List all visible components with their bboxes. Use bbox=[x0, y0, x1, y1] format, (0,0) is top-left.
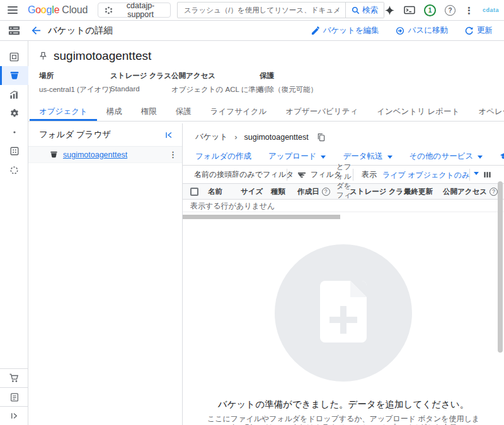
chevron-down-icon bbox=[321, 156, 326, 161]
other-services-button[interactable]: その他のサービス bbox=[410, 151, 483, 162]
tab-inventory-reports[interactable]: インベントリ レポート bbox=[367, 103, 469, 121]
topbar-icons: 1 ? ⋮ cdata bbox=[384, 4, 499, 16]
collapse-panel-icon[interactable] bbox=[164, 130, 173, 140]
tree-item-more-icon[interactable]: ⋮ bbox=[169, 150, 177, 159]
empty-state-illustration bbox=[275, 244, 412, 382]
copy-icon[interactable] bbox=[317, 133, 325, 142]
breadcrumb: バケット › sugimotoagenttest bbox=[195, 132, 325, 142]
search-input[interactable] bbox=[178, 6, 345, 14]
rail-release-notes-icon[interactable] bbox=[0, 387, 28, 406]
meta-protection: 保護 削除（復元可能） bbox=[260, 71, 318, 94]
rail-storage-bucket-icon[interactable] bbox=[0, 66, 28, 85]
project-selector[interactable]: cdatajp-support bbox=[98, 3, 171, 18]
gemini-icon[interactable] bbox=[384, 5, 395, 16]
cloud-shell-icon[interactable] bbox=[404, 5, 415, 15]
refresh-button[interactable]: 更新 bbox=[464, 25, 493, 36]
meta-storage-class: ストレージ クラス Standard bbox=[110, 71, 171, 94]
search-button[interactable]: 検索 bbox=[345, 3, 384, 18]
page-header-actions: バケットを編集 パスに移動 更新 bbox=[311, 25, 504, 36]
select-all-checkbox[interactable] bbox=[190, 188, 198, 196]
bucket-tabs: オブジェクト 構成 権限 保護 ライフサイクル オブザーバビリティ インベントリ… bbox=[28, 103, 504, 122]
empty-table-message: 表示する行がありません bbox=[183, 200, 504, 212]
cloud-logo-text: Cloud bbox=[62, 4, 88, 16]
goto-path-label: パスに移動 bbox=[408, 25, 448, 36]
folder-browser-panel: フォルダ ブラウザ sugimotoagenttest ⋮ bbox=[28, 123, 183, 425]
col-name[interactable]: 名前 bbox=[208, 184, 222, 199]
pin-icon[interactable] bbox=[39, 52, 47, 61]
col-created[interactable]: 作成日 ? bbox=[297, 184, 330, 199]
tab-observability[interactable]: オブザーバビリティ bbox=[276, 103, 367, 121]
col-last-modified[interactable]: 最終更新 bbox=[404, 184, 433, 199]
empty-state: バケットの準備ができました。データを追加してください。 ここにファイルやフォルダ… bbox=[183, 244, 504, 425]
rail-settings-gear-icon[interactable] bbox=[0, 104, 28, 123]
rail-dashboard-icon[interactable] bbox=[0, 47, 28, 66]
google-cloud-logo[interactable]: Google Cloud bbox=[28, 4, 88, 16]
chevron-down-icon bbox=[474, 172, 479, 178]
tab-lifecycle[interactable]: ライフサイクル bbox=[201, 103, 277, 121]
transfer-data-button[interactable]: データ転送 bbox=[343, 151, 392, 162]
google-logo-wordmark: Google bbox=[28, 4, 59, 16]
rail-settings-outline-icon[interactable] bbox=[0, 161, 28, 179]
account-avatar[interactable]: cdata bbox=[483, 7, 499, 13]
tab-configuration[interactable]: 構成 bbox=[97, 103, 132, 121]
empty-state-body: ここにファイルやフォルダをドロップするか、アップロード ボタンを使用します。別の… bbox=[201, 415, 486, 425]
gcp-console-window: Google Cloud cdatajp-support 検索 bbox=[0, 0, 504, 425]
guide-button[interactable]: ガイド bbox=[500, 151, 504, 162]
create-folder-button[interactable]: フォルダの作成 bbox=[195, 151, 251, 162]
view-label: 表示 bbox=[362, 169, 377, 180]
folder-browser-title: フォルダ ブラウザ bbox=[39, 129, 111, 140]
col-size[interactable]: サイズ bbox=[241, 184, 263, 199]
objects-tab-panels: フォルダ ブラウザ sugimotoagenttest ⋮ バケット bbox=[28, 123, 504, 425]
tab-permissions[interactable]: 権限 bbox=[132, 103, 166, 121]
tab-protection[interactable]: 保護 bbox=[166, 103, 201, 121]
meta-public-access: 公開アクセス オブジェクトの ACL に準拠 bbox=[171, 71, 260, 94]
refresh-icon bbox=[464, 26, 473, 35]
project-icon bbox=[105, 6, 113, 14]
back-button[interactable] bbox=[31, 25, 42, 36]
chevron-down-icon bbox=[478, 156, 483, 161]
filter-icon bbox=[297, 171, 306, 179]
bucket-header: sugimotoagenttest 場所 us-central1 (アイオワ) … bbox=[28, 41, 504, 94]
vertical-scrollbar[interactable] bbox=[498, 181, 503, 353]
breadcrumb-root[interactable]: バケット bbox=[195, 132, 227, 142]
horizontal-scrollbar[interactable] bbox=[183, 215, 340, 219]
project-name: cdatajp-support bbox=[117, 1, 164, 19]
rail-apis-icon[interactable] bbox=[0, 142, 28, 161]
rail-dot-icon[interactable] bbox=[0, 123, 28, 142]
guide-cap-icon bbox=[500, 152, 504, 161]
view-dropdown[interactable]: ライブ オブジェクトのみ bbox=[382, 169, 479, 181]
rail-marketplace-icon[interactable] bbox=[0, 368, 28, 387]
help-icon[interactable]: ? bbox=[490, 188, 498, 196]
folder-tree-item-label[interactable]: sugimotoagenttest bbox=[63, 150, 127, 159]
column-settings-icon[interactable] bbox=[483, 166, 491, 184]
view-selector: 表示 ライブ オブジェクトのみ bbox=[362, 166, 479, 184]
page-title: バケットの詳細 bbox=[48, 25, 113, 37]
notification-badge[interactable]: 1 bbox=[424, 4, 436, 16]
rail-expand-panel-icon[interactable] bbox=[0, 406, 28, 425]
page-header: バケットの詳細 バケットを編集 パスに移動 更新 bbox=[0, 21, 504, 41]
more-vertical-icon[interactable]: ⋮ bbox=[464, 6, 474, 15]
goto-path-button[interactable]: パスに移動 bbox=[396, 25, 448, 36]
filter-button[interactable]: フィルタ bbox=[297, 166, 341, 184]
edit-bucket-button[interactable]: バケットを編集 bbox=[311, 25, 379, 36]
rail-monitoring-icon[interactable] bbox=[0, 85, 28, 104]
objects-panel: バケット › sugimotoagenttest フォルダの作成 アップロード bbox=[183, 123, 504, 425]
clipped-filter-text: とフォルダをフィルタ bbox=[336, 162, 353, 198]
refresh-label: 更新 bbox=[477, 25, 493, 36]
search-icon bbox=[352, 6, 360, 14]
folder-tree-item-bucket[interactable]: sugimotoagenttest ⋮ bbox=[28, 147, 182, 163]
col-storage-class[interactable]: ストレージ クラス bbox=[350, 184, 411, 199]
empty-state-title: バケットの準備ができました。データを追加してください。 bbox=[183, 399, 504, 411]
help-icon[interactable]: ? bbox=[445, 5, 455, 16]
breadcrumb-current: sugimotoagenttest bbox=[244, 133, 309, 142]
tab-operations[interactable]: オペレーション bbox=[469, 103, 504, 121]
chevron-right-icon: › bbox=[234, 132, 237, 142]
rail-bottom-group bbox=[0, 368, 28, 425]
upload-button[interactable]: アップロード bbox=[268, 151, 326, 162]
help-icon[interactable]: ? bbox=[322, 188, 330, 196]
col-public-access[interactable]: 公開アクセス ? bbox=[443, 184, 498, 199]
menu-icon[interactable] bbox=[8, 6, 18, 14]
top-app-bar: Google Cloud cdatajp-support 検索 bbox=[0, 0, 504, 21]
tab-objects[interactable]: オブジェクト bbox=[30, 103, 97, 121]
col-type[interactable]: 種類 bbox=[271, 184, 285, 199]
